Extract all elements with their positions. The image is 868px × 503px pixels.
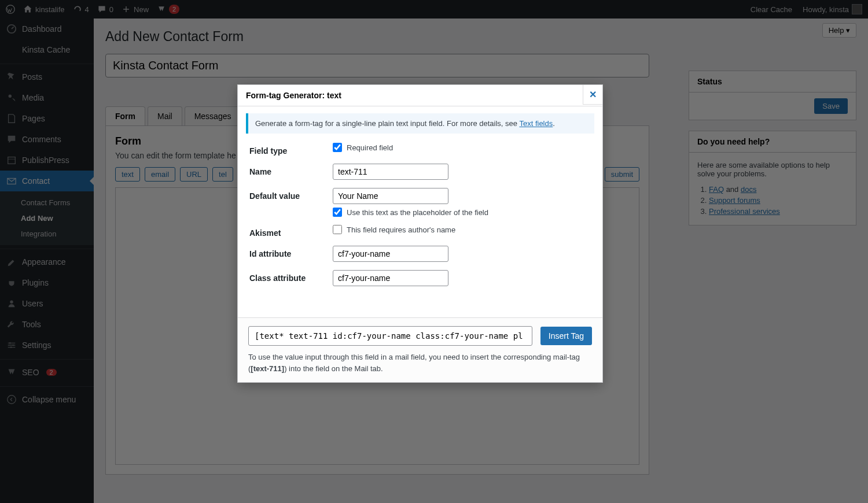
modal-footer-note: To use the value input through this fiel… bbox=[248, 352, 592, 374]
placeholder-checkbox[interactable]: Use this text as the placeholder of the … bbox=[333, 208, 591, 217]
modal-close-button[interactable]: ✕ bbox=[583, 85, 602, 105]
class-attribute-input[interactable] bbox=[333, 270, 448, 286]
text-fields-link[interactable]: Text fields bbox=[519, 119, 553, 128]
default-value-input[interactable] bbox=[333, 188, 448, 204]
form-tag-generator-modal: Form-tag Generator: text ✕ Generate a fo… bbox=[237, 84, 603, 383]
label-field-type: Field type bbox=[249, 143, 333, 156]
insert-tag-button[interactable]: Insert Tag bbox=[540, 327, 592, 345]
name-input[interactable] bbox=[333, 164, 448, 180]
label-default-value: Default value bbox=[249, 188, 333, 201]
required-field-checkbox[interactable]: Required field bbox=[333, 143, 591, 152]
modal-title: Form-tag Generator: text ✕ bbox=[238, 85, 602, 106]
label-class-attribute: Class attribute bbox=[249, 270, 333, 283]
close-icon: ✕ bbox=[589, 89, 597, 100]
modal-info: Generate a form-tag for a single-line pl… bbox=[246, 113, 594, 134]
generated-tag-input[interactable] bbox=[248, 326, 532, 346]
label-name: Name bbox=[249, 164, 333, 176]
akismet-checkbox[interactable]: This field requires author's name bbox=[333, 225, 591, 234]
label-id-attribute: Id attribute bbox=[249, 246, 333, 258]
id-attribute-input[interactable] bbox=[333, 246, 448, 262]
label-akismet: Akismet bbox=[249, 225, 333, 238]
